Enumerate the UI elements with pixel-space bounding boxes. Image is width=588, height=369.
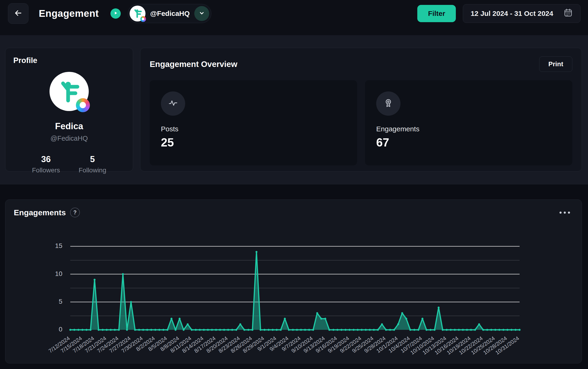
profile-name: Fedica	[55, 121, 83, 131]
account-avatar	[130, 6, 146, 21]
account-handle: @FedicaHQ	[150, 10, 190, 18]
chevron-down-icon	[198, 10, 205, 18]
filter-button[interactable]: Filter	[417, 5, 456, 22]
engagements-stat-card: Engagements 67	[365, 80, 572, 165]
svg-text:10: 10	[55, 270, 62, 277]
engagements-chart-card: 0510157/12/20247/15/20247/18/20247/21/20…	[5, 199, 582, 363]
page-title: Engagement	[39, 8, 99, 19]
followers-label: Followers	[32, 167, 60, 174]
engagements-area-chart: 0510157/12/20247/15/20247/18/20247/21/20…	[5, 200, 582, 364]
date-range-picker[interactable]: 12 Jul 2024 - 31 Oct 2024	[463, 4, 580, 23]
posts-stat-card: Posts 25	[150, 80, 357, 165]
engagements-value: 67	[376, 136, 561, 149]
date-range-text: 12 Jul 2024 - 31 Oct 2024	[471, 10, 553, 18]
chart-title: Engagements	[14, 208, 66, 217]
topbar: Engagement @FedicaHQ Filter 12 Jul 2024 …	[0, 0, 588, 27]
followers-stat: 36 Followers	[32, 154, 60, 174]
overview-section: Profile Fedica @FedicaHQ 36 Followers	[0, 35, 588, 184]
back-button[interactable]	[8, 3, 29, 24]
profile-handle: @FedicaHQ	[51, 135, 88, 142]
posts-label: Posts	[161, 125, 346, 133]
activity-icon	[168, 98, 178, 110]
engagement-overview-card: Engagement Overview Print Posts 25	[140, 48, 582, 171]
help-icon[interactable]: ?	[70, 208, 80, 217]
profile-card: Profile Fedica @FedicaHQ 36 Followers	[5, 48, 133, 171]
ellipsis-menu-icon[interactable]	[557, 209, 572, 216]
svg-text:5: 5	[59, 298, 62, 305]
calendar-icon	[564, 8, 573, 19]
following-label: Following	[79, 167, 106, 174]
play-button[interactable]	[110, 8, 121, 19]
medal-icon	[383, 98, 394, 110]
arrow-left-icon	[13, 8, 23, 19]
followers-value: 36	[32, 154, 60, 164]
profile-card-title: Profile	[13, 56, 125, 65]
svg-text:15: 15	[55, 242, 62, 249]
svg-text:0: 0	[59, 326, 62, 333]
engagements-label: Engagements	[376, 125, 561, 133]
profile-avatar	[50, 72, 89, 111]
posts-value: 25	[161, 136, 346, 149]
overview-title: Engagement Overview	[150, 60, 237, 69]
platform-badge-icon	[76, 98, 90, 112]
print-button[interactable]: Print	[539, 56, 572, 72]
following-stat: 5 Following	[79, 154, 106, 174]
platform-badge-icon	[140, 16, 146, 22]
account-dropdown-button[interactable]	[194, 6, 209, 21]
following-value: 5	[79, 154, 106, 164]
account-selector[interactable]: @FedicaHQ	[128, 4, 211, 23]
play-icon	[113, 10, 119, 17]
